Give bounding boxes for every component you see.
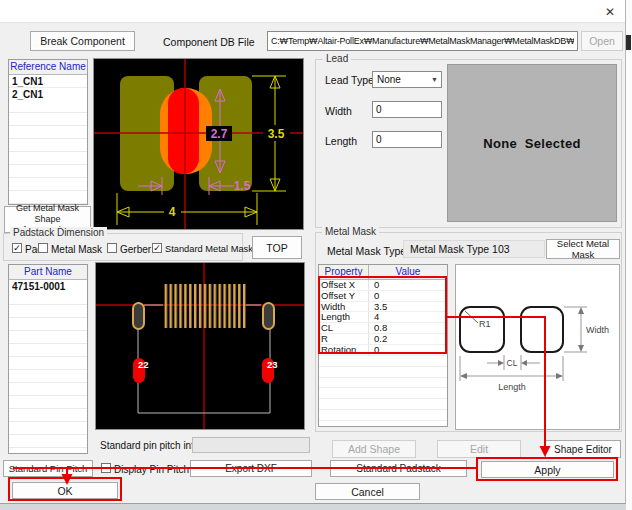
lead-preview-text: None Selected — [483, 136, 580, 151]
connector-pins — [163, 284, 246, 328]
property-cell: Width — [319, 302, 369, 312]
list-item[interactable]: 1_CN1 — [9, 75, 87, 88]
standard-padstack-button[interactable]: Standard Padstack — [330, 460, 467, 477]
pad-lead-canvas[interactable]: 3.5 2.7 1.5 — [93, 58, 304, 230]
property-cell: Offset X — [319, 280, 369, 290]
left-mount-pad — [133, 303, 144, 329]
pad-checkbox[interactable]: ✓ — [12, 243, 22, 253]
value-cell: 3.5 — [369, 302, 447, 312]
mask-openings — [460, 307, 563, 352]
lead-width-label: Width — [325, 105, 352, 117]
pin-label-22: 22 — [138, 359, 149, 370]
length-label: Length — [498, 382, 526, 392]
apply-button[interactable]: Apply — [481, 461, 614, 478]
standard-pin-pitch-info-label: Standard pin pitch info — [100, 440, 200, 451]
r1-label: R1 — [479, 319, 491, 329]
value-cell: 4 — [369, 312, 447, 322]
pad-lead-drawing: 3.5 2.7 1.5 — [94, 59, 303, 229]
property-cell: Rotation — [319, 345, 369, 355]
break-component-button[interactable]: Break Component — [30, 31, 135, 51]
gerber-checkbox[interactable] — [107, 243, 117, 253]
standard-metal-mask-checkbox[interactable]: ✓ — [152, 243, 162, 253]
mask-shape-drawing: R1 Width CL — [456, 265, 619, 429]
add-shape-button[interactable]: Add Shape — [332, 440, 416, 458]
property-column-header: Property — [319, 265, 369, 279]
gerber-checkbox-label: Gerber — [120, 244, 151, 255]
value-cell: 0.2 — [369, 334, 447, 344]
pin-pitch-info-field[interactable] — [192, 437, 310, 453]
padstack-canvas[interactable]: 22 23 — [95, 262, 305, 430]
edit-button[interactable]: Edit — [437, 440, 521, 458]
table-row[interactable]: Offset Y0 — [319, 291, 447, 302]
component-db-path-input[interactable] — [267, 31, 578, 51]
mask-shape-preview: R1 Width CL — [455, 264, 620, 430]
close-icon[interactable]: ✕ — [598, 3, 622, 20]
screen-bottom-margin — [0, 504, 626, 510]
padstack-drawing: 22 23 — [96, 263, 304, 429]
dim-lead-width: 1.5 — [234, 179, 251, 193]
cl-label: CL — [507, 358, 518, 368]
select-metal-mask-button[interactable]: Select Metal Mask — [546, 239, 620, 259]
metal-mask-type-value: Metal Mask Type 103 — [403, 240, 545, 258]
lead-group-label: Lead — [323, 53, 351, 64]
metal-mask-manager-dialog: ✕ Break Component Component DB File Open… — [0, 0, 626, 504]
title-bar: ✕ — [0, 0, 625, 23]
r1-leader-line — [465, 311, 478, 323]
lead-preview-panel: None Selected — [447, 64, 617, 222]
standard-pin-pitch-button[interactable]: Standard Pin Pitch — [3, 460, 93, 477]
property-cell: Length — [319, 312, 369, 322]
screen-right-margin — [626, 0, 632, 510]
button-label-line1: Get Metal Mask Shape — [5, 203, 90, 225]
lead-inner-shape — [168, 88, 199, 174]
dim-4-lines — [117, 193, 257, 225]
metal-mask-type-label: Metal Mask Type — [327, 245, 406, 257]
empty-rows — [9, 100, 87, 204]
property-table-header: Property Value — [319, 265, 447, 280]
part-name-list[interactable]: Part Name 47151-0001 — [8, 264, 88, 454]
value-cell: 0 — [369, 345, 447, 355]
right-mount-pad — [263, 303, 274, 329]
open-button[interactable]: Open — [581, 31, 623, 51]
chevron-down-icon: ▼ — [431, 76, 438, 83]
screen: ✕ Break Component Component DB File Open… — [0, 0, 632, 510]
ok-button[interactable]: OK — [12, 482, 118, 499]
dim-pad-height: 3.5 — [268, 127, 285, 141]
metal-mask-checkbox[interactable] — [38, 243, 48, 253]
top-view-button[interactable]: TOP — [252, 236, 302, 259]
padstack-dimension-label: Padstack Dimension — [10, 227, 107, 238]
lead-type-label: Lead Type — [325, 74, 374, 86]
part-name-header: Part Name — [9, 265, 87, 280]
lead-length-input[interactable] — [372, 131, 442, 148]
value-column-header: Value — [369, 265, 447, 279]
display-pin-pitch-label: Display Pin Pitch — [114, 464, 189, 475]
lead-width-input[interactable] — [372, 101, 442, 118]
lead-length-label: Length — [325, 135, 357, 147]
dim-lead-height: 2.7 — [211, 127, 228, 141]
lead-type-value: None — [377, 74, 401, 85]
property-cell: R — [319, 334, 369, 344]
display-pin-pitch-checkbox[interactable] — [101, 463, 111, 473]
value-cell: 0.8 — [369, 323, 447, 333]
shape-editor-button[interactable]: Shape Editor — [545, 440, 621, 458]
export-dxf-button[interactable]: Export DXF — [190, 460, 312, 477]
table-row[interactable]: Rotation0 — [319, 345, 447, 356]
background-window-fragment — [626, 35, 631, 50]
standard-metal-mask-checkbox-label: Standard Metal Mask — [165, 244, 253, 254]
value-cell: 0 — [369, 280, 447, 290]
metal-mask-checkbox-label: Metal Mask — [51, 244, 102, 255]
property-cell: Offset Y — [319, 291, 369, 301]
pin-label-23: 23 — [267, 359, 278, 370]
reference-name-list[interactable]: Reference Name 1_CN1 2_CN1 — [8, 59, 88, 205]
lead-type-dropdown[interactable]: None ▼ — [372, 71, 442, 88]
reference-name-header: Reference Name — [9, 60, 87, 75]
dim-pad-width: 4 — [169, 205, 176, 219]
property-cell: CL — [319, 323, 369, 333]
width-label: Width — [586, 325, 609, 335]
metal-mask-group-label: Metal Mask — [322, 226, 379, 237]
value-cell: 0 — [369, 291, 447, 301]
cancel-button[interactable]: Cancel — [315, 483, 420, 500]
empty-rows — [9, 292, 87, 453]
property-table[interactable]: Property Value Offset X0 Offset Y0 Width… — [318, 264, 448, 427]
empty-rows — [319, 356, 447, 426]
component-db-file-label: Component DB File — [163, 36, 255, 48]
